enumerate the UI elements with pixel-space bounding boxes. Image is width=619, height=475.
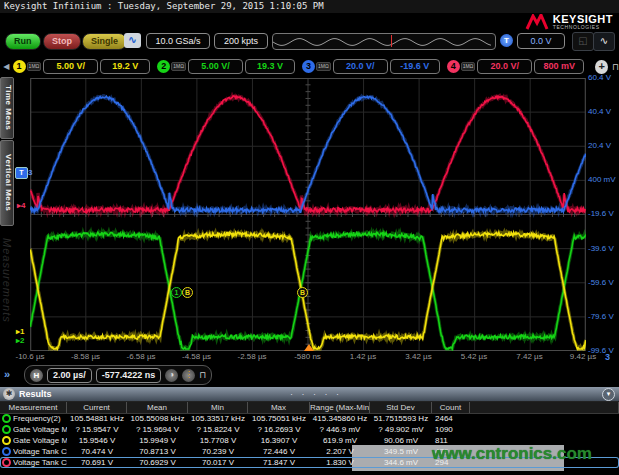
- x-tick: 3.42 µs: [405, 352, 431, 361]
- add-channel-button[interactable]: +: [595, 60, 608, 74]
- preview-sine-icon: [273, 34, 493, 49]
- column-header-range-max-min-[interactable]: Range (Max-Min): [310, 402, 370, 413]
- channel-1-scale[interactable]: 5.00 V/: [43, 59, 98, 74]
- channel-2-controls[interactable]: 21MΩ5.00 V/19.3 V: [157, 59, 295, 74]
- pin-icon[interactable]: ⊓: [199, 370, 206, 380]
- single-button[interactable]: Single: [82, 33, 127, 50]
- column-header-mean[interactable]: Mean: [127, 402, 188, 413]
- zoom-mode-icon[interactable]: ◑: [165, 369, 178, 382]
- cell-max: 16.3907 V: [248, 435, 310, 446]
- display-mode-icon[interactable]: ◱: [572, 32, 594, 51]
- channel-3-badge[interactable]: 3: [302, 60, 315, 73]
- channel-4-controls[interactable]: 41MΩ20.0 V/800 mV: [447, 59, 585, 74]
- column-header-count[interactable]: Count: [432, 402, 470, 413]
- measurement-name: Gate Voltage MC: [13, 435, 67, 446]
- cell-mean: 105.55098 kHz: [127, 413, 188, 424]
- horizontal-position-box[interactable]: -577.4222 ns: [96, 368, 162, 383]
- tab-vertical-meas[interactable]: Vertical Meas: [0, 140, 14, 226]
- source-channel-icon: [2, 436, 11, 445]
- brand-name: KEYSIGHT: [553, 14, 613, 24]
- y-tick: 400 mV: [588, 175, 616, 184]
- trigger-level-marker[interactable]: T3: [15, 167, 32, 179]
- x-tick: -6.58 µs: [126, 352, 155, 361]
- cell-current: 70.474 V: [67, 446, 127, 457]
- results-header[interactable]: ✱ Results · · · · · ▾: [0, 387, 619, 402]
- column-header-std-dev[interactable]: Std Dev: [370, 402, 432, 413]
- channel-4-badge[interactable]: 4: [447, 60, 460, 73]
- memory-depth-box[interactable]: 200 kpts: [214, 33, 268, 49]
- channel-1-badge[interactable]: 1: [13, 60, 26, 73]
- cell-range: 415.345860 Hz: [310, 413, 370, 424]
- channel-1-ground-marker[interactable]: ▸1: [16, 327, 24, 336]
- channel-2-scale[interactable]: 5.00 V/: [188, 59, 243, 74]
- horizontal-icon[interactable]: H: [30, 369, 43, 382]
- measurement-gate-marker-b2[interactable]: B: [297, 287, 308, 298]
- measurements-watermark: Measurements: [1, 238, 13, 323]
- y-tick: -39.6 V: [588, 244, 614, 253]
- drag-handle-icon[interactable]: · · · · ·: [290, 389, 342, 399]
- run-button[interactable]: Run: [5, 33, 41, 50]
- column-header-min[interactable]: Min: [188, 402, 248, 413]
- channel-2-ground-marker[interactable]: ▸2: [16, 336, 24, 345]
- measurement-gate-marker-b1[interactable]: B: [182, 287, 193, 298]
- channel-2-offset[interactable]: 19.3 V: [245, 59, 295, 74]
- source-channel-icon: [2, 447, 11, 456]
- cell-range: 619.9 mV: [310, 435, 370, 446]
- cell-min: 105.33517 kHz: [188, 413, 248, 424]
- channel-3-scale[interactable]: 20.0 V/: [333, 59, 388, 74]
- waveform-setup-icon[interactable]: ∿: [124, 33, 141, 48]
- channel-4-ground-marker[interactable]: ▸4: [17, 201, 25, 210]
- tab-time-meas[interactable]: Time Meas: [0, 77, 14, 139]
- x-tick: 7.42 µs: [516, 352, 542, 361]
- result-row-2[interactable]: Gate Voltage MC? 15.9547 V? 15.9694 V? 1…: [0, 424, 619, 435]
- cell-min: 70.017 V: [188, 457, 248, 468]
- measurement-name: Gate Voltage MC: [13, 424, 67, 435]
- channel-2-badge[interactable]: 2: [157, 60, 170, 73]
- cell-mean: 70.6929 V: [127, 457, 188, 468]
- measurement-name: Frequency(2): [13, 413, 61, 424]
- cell-current: 70.691 V: [67, 457, 127, 468]
- y-tick: 60.4 V: [588, 73, 611, 82]
- channel-1-controls[interactable]: 11MΩ5.00 V/19.2 V: [13, 59, 151, 74]
- channel-4-scale[interactable]: 20.0 V/: [477, 59, 532, 74]
- measurement-name: Voltage Tank Cir: [13, 446, 67, 457]
- trigger-time-marker[interactable]: [304, 344, 314, 351]
- waveform-plot[interactable]: [30, 78, 586, 351]
- column-header-current[interactable]: Current: [67, 402, 127, 413]
- channel-1-impedance: 1MΩ: [27, 62, 42, 71]
- result-row-1[interactable]: Frequency(2)105.54881 kHz105.55098 kHz10…: [0, 413, 619, 424]
- channel-3-controls[interactable]: 31MΩ20.0 V/-19.6 V: [302, 59, 440, 74]
- channel-4-offset[interactable]: 800 mV: [534, 59, 584, 74]
- gear-icon[interactable]: ✱: [3, 388, 15, 400]
- cell-max: 105.75051 kHz: [248, 413, 310, 424]
- channel-3-offset[interactable]: -19.6 V: [390, 59, 440, 74]
- title-bar: Keysight Infiniium : Tuesday, September …: [0, 0, 619, 13]
- channel-bar-collapse-icon[interactable]: ◀: [0, 62, 13, 71]
- sample-rate-box[interactable]: 10.0 GSa/s: [146, 33, 210, 49]
- cell-min: ? 15.8224 V: [188, 424, 248, 435]
- expand-chevron-icon[interactable]: »: [4, 368, 10, 380]
- cell-max: ? 16.2693 V: [248, 424, 310, 435]
- collapse-panel-icon[interactable]: ▾: [602, 388, 615, 401]
- column-header-measurement[interactable]: Measurement: [0, 402, 67, 413]
- trigger-level-box[interactable]: 0.0 V: [517, 33, 565, 49]
- y-tick: 40.4 V: [588, 107, 611, 116]
- cell-max: 71.847 V: [248, 457, 310, 468]
- x-tick: 5.42 µs: [461, 352, 487, 361]
- x-tick: -8.58 µs: [71, 352, 100, 361]
- trigger-icon[interactable]: T: [500, 34, 513, 47]
- timebase-box[interactable]: 2.00 µs/: [47, 368, 92, 383]
- y-tick: -19.6 V: [588, 209, 614, 218]
- acquisition-preview-strip[interactable]: [272, 33, 496, 50]
- cell-current: ? 15.9547 V: [67, 424, 127, 435]
- segmented-memory-icon[interactable]: ⋮: [182, 369, 195, 382]
- y-tick: -99.6 V: [588, 346, 614, 355]
- autoscale-icon[interactable]: ∿: [593, 32, 615, 51]
- column-header-max[interactable]: Max: [248, 402, 310, 413]
- measurement-gate-marker-1[interactable]: 1: [171, 287, 182, 298]
- stop-button[interactable]: Stop: [43, 33, 81, 50]
- channel-2-impedance: 1MΩ: [171, 62, 186, 71]
- probe-icon[interactable]: ⊓: [612, 62, 619, 72]
- channel-1-offset[interactable]: 19.2 V: [100, 59, 150, 74]
- source-channel-icon: [2, 458, 11, 467]
